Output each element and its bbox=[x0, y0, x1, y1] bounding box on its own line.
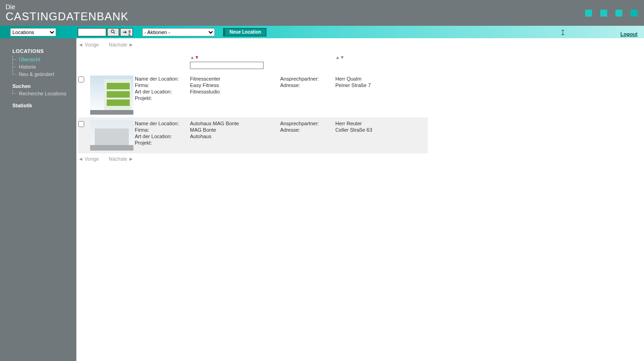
search-icon bbox=[110, 29, 116, 35]
title-line2: CASTINGDATENBANK bbox=[6, 11, 638, 22]
sorter-row: ▲▼ ▲▼ bbox=[78, 48, 428, 62]
search-input[interactable] bbox=[78, 28, 106, 36]
value-ansprech: Herr Qualm bbox=[335, 76, 427, 82]
label-projekt: Projekt: bbox=[135, 140, 190, 146]
sidebar-item-historie[interactable]: Historie bbox=[12, 63, 76, 70]
label-adresse: Adresse: bbox=[280, 127, 335, 133]
search-button[interactable] bbox=[107, 28, 119, 36]
header-theme-squares bbox=[585, 10, 638, 17]
app-title: Die CASTINGDATENBANK bbox=[6, 4, 638, 22]
actions-select[interactable]: - Aktionen - bbox=[142, 28, 215, 36]
sidebar-heading-locations: LOCATIONS bbox=[0, 48, 76, 56]
location-row[interactable]: Name der Location: Firma: Art der Locati… bbox=[78, 73, 428, 117]
value-adresse: Peiner Straße 7 bbox=[335, 82, 427, 88]
value-name: Autohaus MAG Bonte bbox=[190, 120, 280, 127]
pager-prev[interactable]: ◄ Vorige bbox=[78, 156, 99, 162]
sort-asc-contact[interactable]: ▲ bbox=[335, 55, 340, 60]
app-header: Die CASTINGDATENBANK bbox=[0, 0, 644, 26]
sort-desc-contact[interactable]: ▼ bbox=[340, 55, 345, 60]
label-firma: Firma: bbox=[135, 127, 190, 133]
row-checkbox[interactable] bbox=[78, 121, 84, 127]
location-thumbnail[interactable] bbox=[90, 76, 133, 115]
theme-square[interactable] bbox=[631, 10, 638, 17]
value-art: Fitnessstudio bbox=[190, 88, 280, 95]
pager-bottom: ◄ Vorige Nächste ► bbox=[78, 153, 644, 163]
label-projekt: Projekt: bbox=[135, 95, 190, 101]
value-firma: Easy Fitness bbox=[190, 82, 280, 88]
sidebar-heading-suchen: Suchen bbox=[0, 78, 76, 90]
sort-asc-name[interactable]: ▲ bbox=[190, 55, 195, 60]
label-firma: Firma: bbox=[135, 82, 190, 88]
pager-prev[interactable]: ◄ Vorige bbox=[78, 42, 99, 47]
toolbar: Locations AZ - Aktionen - Neue Location … bbox=[0, 26, 644, 38]
value-art: Autohaus bbox=[190, 133, 280, 140]
svg-point-0 bbox=[111, 29, 114, 32]
label-name: Name der Location: bbox=[135, 120, 190, 127]
label-ansprech: Ansprechpartner: bbox=[280, 120, 335, 127]
pager-top: ◄ Vorige Nächste ► bbox=[78, 41, 644, 48]
value-name: Fitnesscenter bbox=[190, 76, 280, 82]
label-adresse: Adresse: bbox=[280, 82, 335, 88]
sidebar-item-recherche[interactable]: Recherche Locations bbox=[12, 90, 76, 97]
value-firma: MAG Bonte bbox=[190, 127, 280, 133]
theme-square[interactable] bbox=[585, 10, 592, 17]
sidebar-heading-statistik[interactable]: Statistik bbox=[0, 97, 76, 109]
pager-next[interactable]: Nächste ► bbox=[109, 42, 133, 47]
sidebar-item-neu-geaendert[interactable]: Neu & geändert bbox=[12, 70, 76, 78]
section-select[interactable]: Locations bbox=[10, 28, 56, 36]
logout-link[interactable]: Logout bbox=[621, 31, 638, 37]
value-projekt bbox=[190, 95, 280, 101]
value-adresse: Celler Straße 63 bbox=[335, 127, 427, 133]
pager-next[interactable]: Nächste ► bbox=[109, 156, 133, 162]
value-projekt bbox=[190, 140, 280, 146]
sort-desc-name[interactable]: ▼ bbox=[195, 55, 199, 60]
content-area: ◄ Vorige Nächste ► ▲▼ ▲▼ bbox=[76, 38, 644, 361]
sidebar: LOCATIONS Übersicht Historie Neu & geänd… bbox=[0, 38, 76, 361]
row-checkbox[interactable] bbox=[78, 76, 84, 82]
theme-square[interactable] bbox=[600, 10, 607, 17]
location-thumbnail[interactable] bbox=[90, 120, 133, 151]
value-ansprech: Herr Reuter bbox=[335, 120, 427, 127]
arrow-sort-icon: AZ bbox=[122, 29, 131, 35]
sort-az-button[interactable]: AZ bbox=[120, 28, 133, 36]
filter-name-input[interactable] bbox=[190, 62, 264, 69]
theme-square[interactable] bbox=[615, 10, 622, 17]
svg-line-1 bbox=[114, 32, 115, 34]
label-name: Name der Location: bbox=[135, 76, 190, 82]
label-art: Art der Location: bbox=[135, 88, 190, 95]
location-row[interactable]: Name der Location: Firma: Art der Locati… bbox=[78, 117, 428, 153]
label-art: Art der Location: bbox=[135, 133, 190, 140]
label-ansprech: Ansprechpartner: bbox=[280, 76, 335, 82]
title-line1: Die bbox=[6, 4, 638, 11]
sidebar-item-uebersicht[interactable]: Übersicht bbox=[12, 56, 76, 63]
new-location-button[interactable]: Neue Location bbox=[223, 28, 266, 36]
